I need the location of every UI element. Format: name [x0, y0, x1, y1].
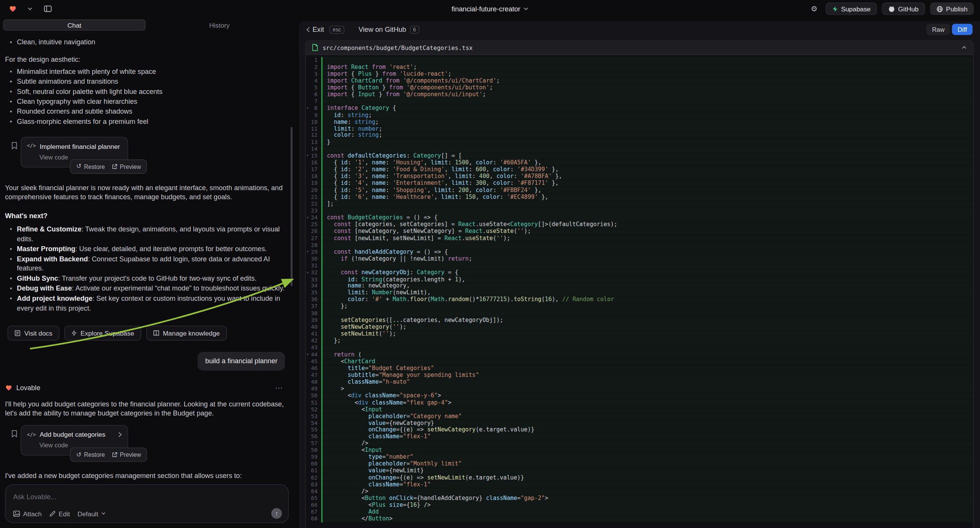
edit-mode-button[interactable]: Edit [49, 510, 70, 517]
code-editor-area[interactable]: 1 2import React from 'react';3import { P… [306, 55, 973, 528]
github-button[interactable]: GitHub [882, 3, 925, 15]
code-line-content: id: String(categories.length + 1), [321, 276, 973, 283]
line-number: 26 [306, 228, 321, 235]
restore-button[interactable]: ↺ Restore [74, 449, 108, 460]
chevron-up-icon [961, 45, 967, 49]
line-number: 49 [306, 386, 321, 393]
line-number: 50 [306, 393, 321, 399]
code-line-content: setNewCategory(''); [321, 324, 973, 331]
message-more-icon[interactable]: ⋯ [272, 384, 285, 392]
fold-chevron-icon[interactable]: ▾ [307, 248, 309, 255]
code-line: 18 { id: '3', name: 'Transportation', li… [306, 173, 973, 180]
project-name-menu[interactable]: financial-future-creator [452, 5, 528, 13]
code-line-content: setNewLimit(''); [321, 331, 973, 337]
code-line-content: import React from 'react'; [321, 64, 973, 70]
line-number: 46 [306, 365, 321, 372]
fold-chevron-icon[interactable]: ▾ [307, 215, 309, 221]
next-step-label: Master Prompting [17, 245, 75, 253]
line-number: 4 [306, 77, 321, 84]
raw-toggle-button[interactable]: Raw [927, 24, 950, 35]
preview-button[interactable]: Preview [109, 161, 143, 172]
code-line-content: setCategories([...categories, newCategor… [321, 317, 973, 324]
diff-toggle-button[interactable]: Diff [952, 24, 972, 35]
settings-gear-icon[interactable]: ⚙ [808, 3, 821, 15]
line-number: 53 [306, 413, 321, 420]
pencil-icon [49, 510, 56, 517]
code-line: 34 name: newCategory, [306, 283, 973, 290]
view-on-github-button[interactable]: View on GitHub 6 [358, 25, 419, 33]
code-line-content: <Button onClick={handleAddCategory} clas… [321, 495, 973, 502]
workspace-chevron-down-icon[interactable] [24, 3, 37, 15]
supabase-button[interactable]: Supabase [826, 3, 877, 15]
chat-input[interactable] [13, 493, 282, 501]
whats-next-heading: What's next? [5, 211, 285, 221]
explore-supabase-label: Explore Supabase [80, 329, 134, 337]
code-line-content: color: string; [321, 132, 973, 139]
line-number: 3 [306, 70, 321, 77]
file-header[interactable]: src/components/budget/BudgetCategories.t… [306, 41, 973, 55]
card-hover-toolbar: ↺ Restore Preview [70, 447, 147, 462]
preview-button[interactable]: Preview [109, 449, 143, 460]
line-number: 58 [306, 447, 321, 454]
line-number: 67 [306, 509, 321, 515]
next-step-item: Refine & Customize: Tweak the design, an… [5, 224, 285, 244]
line-number: ▾32 [306, 269, 321, 276]
code-line: 21 { id: '6', name: 'Healthcare', limit:… [306, 194, 973, 201]
fold-chevron-icon[interactable]: ▾ [307, 153, 309, 159]
visit-docs-button[interactable]: Visit docs [8, 326, 59, 341]
ready-paragraph: Your sleek financial planner is now read… [5, 183, 285, 203]
quick-actions: Visit docs Explore Supabase Manage knowl… [5, 326, 285, 341]
restore-button[interactable]: ↺ Restore [74, 161, 108, 172]
code-line: ▾24const BudgetCategories = () => { [306, 215, 973, 221]
model-selector[interactable]: Default [77, 510, 106, 517]
code-line: 26 const [newCategory, setNewCategory] =… [306, 228, 973, 235]
edit-card-title: Implement financial planner [40, 142, 120, 151]
code-line-content: subtitle="Manage your spending limits" [321, 372, 973, 379]
lovable-logo-heart-icon[interactable] [6, 3, 19, 15]
publish-label: Publish [946, 5, 967, 13]
code-line-content: import { Plus } from 'lucide-react'; [321, 70, 973, 77]
line-number: 57 [306, 440, 321, 447]
code-line: 3import { Plus } from 'lucide-react'; [306, 70, 973, 77]
explore-supabase-button[interactable]: Explore Supabase [64, 326, 141, 341]
fold-chevron-icon[interactable]: ▾ [307, 105, 309, 112]
collapse-file-button[interactable] [961, 45, 967, 49]
send-button[interactable]: ↑ [271, 508, 282, 518]
line-number: 18 [306, 173, 321, 180]
bookmark-icon[interactable] [11, 142, 18, 149]
next-step-label: GitHub Sync [17, 275, 58, 282]
fold-chevron-icon[interactable]: ▾ [307, 269, 309, 276]
code-line-content [321, 146, 973, 153]
preview-label: Preview [120, 162, 141, 170]
attach-button[interactable]: Attach [13, 510, 42, 517]
line-number: 43 [306, 344, 321, 351]
code-line-content: <Input [321, 447, 973, 454]
code-line: 39 setCategories([...categories, newCate… [306, 317, 973, 324]
chat-message-list[interactable]: Clean, intuitive navigation For the desi… [0, 33, 294, 481]
code-line: 4import ChartCard from '@/components/ui/… [306, 77, 973, 84]
line-number: 41 [306, 331, 321, 337]
code-line-content: placeholder="Category name" [321, 413, 973, 420]
bookmark-icon[interactable] [11, 430, 18, 437]
next-step-desc: : Transfer your project's code to GitHub… [58, 275, 256, 282]
next-step-desc: : Use clear, detailed, and iterative pro… [75, 245, 267, 253]
chat-scrollbar-thumb[interactable] [291, 127, 293, 286]
file-path: src/components/budget/BudgetCategories.t… [322, 44, 473, 51]
tab-history[interactable]: History [148, 19, 291, 31]
edit-card-row: </> Add budget categories View code ↺ Re… [5, 425, 285, 455]
chat-composer: Attach Edit Default ↑ [5, 484, 289, 523]
code-line-content [321, 57, 973, 64]
code-line: 47 subtitle="Manage your spending limits… [306, 372, 973, 379]
attach-image-icon [13, 510, 20, 517]
sidebar-toggle-icon[interactable] [41, 3, 54, 15]
fold-chevron-icon[interactable]: ▾ [307, 351, 309, 358]
tab-chat[interactable]: Chat [3, 19, 145, 31]
restore-label: Restore [84, 162, 105, 170]
attach-label: Attach [23, 510, 42, 517]
manage-knowledge-button[interactable]: Manage knowledge [146, 326, 226, 341]
code-line: ▾15const defaultCategories: Category[] =… [306, 153, 973, 159]
globe-icon [936, 5, 943, 12]
code-line: 52 <Input [306, 406, 973, 413]
publish-button[interactable]: Publish [930, 3, 974, 15]
exit-button[interactable]: Exit [307, 26, 324, 33]
